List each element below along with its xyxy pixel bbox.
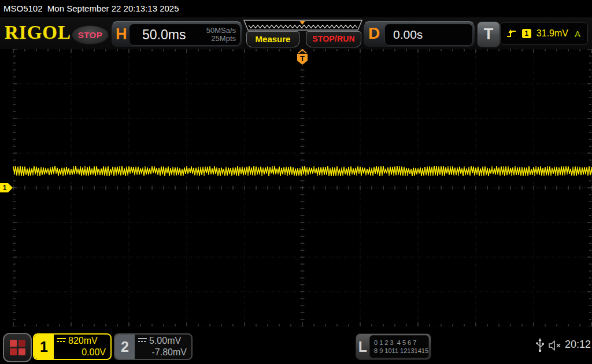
run-state-badge: STOP [72, 25, 109, 44]
logic-channels-button[interactable]: L 0 1 2 3 4 5 6 7 8 9 1011 12131415 [356, 333, 431, 360]
horizontal-readout: 50.0ms 50MSa/s 25Mpts [129, 24, 240, 46]
logic-label: L [356, 334, 369, 359]
channel1-scale: 820mV [68, 335, 98, 347]
svg-text:T: T [300, 54, 305, 63]
sample-rate: 50MSa/s [206, 27, 236, 35]
window-title: MSO5102 Mon September 22 20:13:13 2025 [0, 0, 592, 17]
delay-label: D [368, 24, 380, 43]
trigger-source-badge: 1 [522, 29, 531, 38]
rigol-logo: RIGOL [5, 22, 71, 43]
delay-settings-button[interactable]: D 0.00s [363, 21, 475, 47]
memory-depth: 25Mpts [206, 35, 236, 43]
grid-icon-square [10, 340, 17, 347]
trigger-readout: 1 31.9mV A [500, 22, 588, 45]
channel1-number: 1 [34, 335, 54, 359]
grid-icon [10, 340, 25, 355]
timebase-value: 50.0ms [142, 27, 206, 43]
delay-readout: 0.00s [384, 24, 473, 46]
channel2-scale: 5.00mV [149, 335, 181, 347]
grid-icon-square [10, 348, 17, 355]
svg-text:1: 1 [3, 184, 7, 192]
logic-row-bottom: 8 9 1011 12131415 [374, 347, 428, 355]
trigger-settings-button[interactable]: T 1 31.9mV A [477, 21, 589, 46]
trigger-label: T [477, 21, 500, 47]
dc-coupling-icon [138, 338, 147, 344]
status-bar: 1 820mV 0.00V 2 5.00mV -7.80mV L 0 1 2 3… [0, 326, 592, 364]
channel2-values: 5.00mV -7.80mV [135, 335, 191, 359]
grid-icon-square [18, 340, 25, 347]
waveform-display-area: T1 Freq1 ***** FallTime1 ***** RiseTime1… [0, 49, 592, 326]
acquisition-readout: 50MSa/s 25Mpts [206, 27, 236, 42]
overview-waveform-icon [239, 20, 367, 31]
channel1-offset: 0.00V [82, 347, 106, 358]
grid-icon-square [18, 348, 25, 355]
graticule-and-trace: T1 [0, 49, 592, 326]
graticule-ticks [13, 49, 591, 326]
oscilloscope-screen: MSO5102 Mon September 22 20:13:13 2025 R… [0, 0, 592, 364]
horizontal-label: H [116, 25, 127, 43]
trigger-mode: A [575, 29, 580, 39]
channel1-offset-marker[interactable]: 1 [0, 183, 13, 192]
speaker-muted-icon[interactable] [548, 340, 563, 351]
channel2-offset: -7.80mV [152, 347, 187, 358]
trigger-level-value: 31.9mV [536, 28, 568, 39]
stop-run-button[interactable]: STOP/RUN [306, 31, 361, 47]
horizontal-settings-button[interactable]: H 50.0ms 50MSa/s 25Mpts [111, 21, 243, 47]
channel2-number: 2 [115, 335, 135, 359]
channel1-status-button[interactable]: 1 820mV 0.00V [33, 333, 112, 360]
logic-row-top: 0 1 2 3 4 5 6 7 [374, 339, 428, 347]
channel1-values: 820mV 0.00V [54, 335, 110, 359]
clock: 20:12 [565, 339, 591, 351]
dc-coupling-icon [57, 338, 66, 344]
rising-edge-icon [506, 28, 517, 39]
header-bar: RIGOL STOP H 50.0ms 50MSa/s 25Mpts Measu… [0, 17, 592, 49]
delay-value: 0.00s [393, 28, 423, 42]
logic-channel-list: 0 1 2 3 4 5 6 7 8 9 1011 12131415 [369, 335, 429, 358]
function-navigation-button[interactable] [3, 333, 32, 362]
channel2-status-button[interactable]: 2 5.00mV -7.80mV [114, 333, 193, 360]
measure-button[interactable]: Measure [246, 31, 299, 47]
waveform-overview-strip[interactable] [239, 20, 367, 31]
usb-icon [536, 338, 544, 353]
